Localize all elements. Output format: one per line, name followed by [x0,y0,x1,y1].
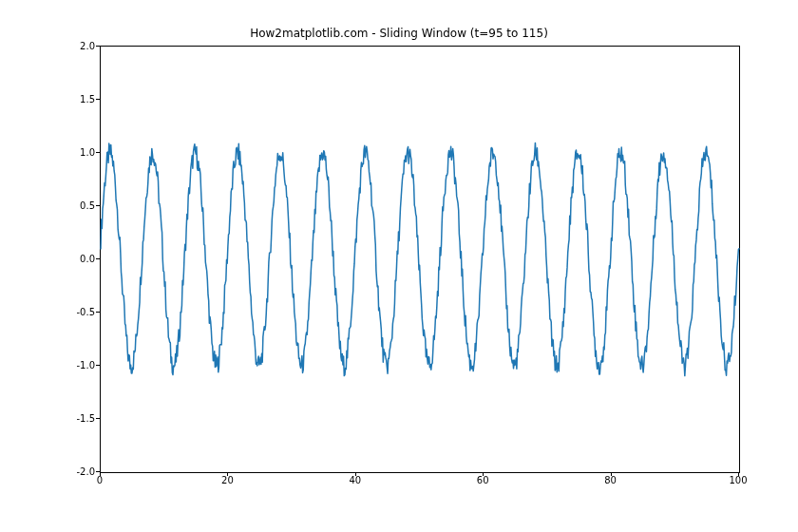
ytick-label: -0.5 [57,307,95,317]
ytick-label: 1.0 [57,147,95,158]
ytick-label: 1.5 [57,94,95,104]
xtick-label: 40 [349,475,361,485]
figure: How2matplotlib.com - Sliding Window (t=9… [0,0,798,532]
axes-frame [100,46,740,473]
ytick-label: 0.0 [57,254,95,264]
chart-title: How2matplotlib.com - Sliding Window (t=9… [0,27,798,40]
plot-area [101,47,739,472]
xtick-label: 0 [97,475,103,485]
ytick-label: 0.5 [57,200,95,211]
xtick-label: 100 [729,475,747,485]
xtick-label: 60 [477,475,489,485]
ytick-label: -2.0 [57,466,95,477]
ytick-label: 2.0 [57,41,95,51]
ytick-label: -1.0 [57,360,95,370]
xtick-label: 80 [604,475,617,485]
xtick-label: 20 [221,475,234,485]
ytick-label: -1.5 [57,413,95,424]
series-line [101,142,739,375]
